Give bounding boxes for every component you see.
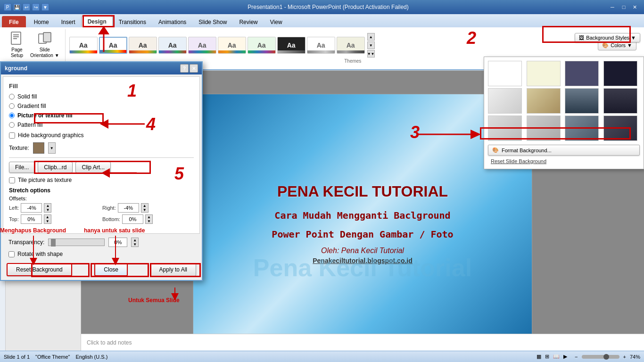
- close-button-dialog[interactable]: Close: [94, 263, 128, 276]
- quick-save-icon[interactable]: 💾: [13, 3, 21, 11]
- theme-3[interactable]: Aa: [129, 37, 157, 54]
- file-button[interactable]: File...: [9, 162, 35, 173]
- minimize-button[interactable]: ─: [607, 2, 618, 12]
- format-background-button[interactable]: 🎨 Format Background...: [488, 145, 640, 156]
- theme-1[interactable]: Aa: [69, 37, 98, 54]
- theme-4[interactable]: Aa: [158, 37, 187, 54]
- pattern-fill-option[interactable]: Pattern fill: [9, 122, 194, 128]
- slide-info: Slide 1 of 1: [4, 354, 30, 360]
- apply-to-all-button[interactable]: Apply to All: [150, 263, 196, 276]
- clipboard-button[interactable]: Clipb...rd: [38, 162, 73, 173]
- page-setup-button[interactable]: PageSetup: [8, 29, 26, 60]
- bg-style-8[interactable]: [603, 88, 637, 114]
- dialog-close-button[interactable]: ✕: [190, 64, 198, 73]
- tab-review[interactable]: Review: [233, 16, 264, 27]
- rotate-checkbox[interactable]: [8, 251, 15, 257]
- bg-style-12[interactable]: [603, 115, 637, 141]
- right-offset-input[interactable]: [118, 203, 139, 213]
- hide-background-checkbox[interactable]: [9, 132, 15, 139]
- view-reading-icon[interactable]: 📖: [553, 354, 560, 360]
- tile-checkbox-row[interactable]: Tile picture as texture: [9, 177, 194, 183]
- slide-canvas[interactable]: PENA KECIL TUTORIAL Cara Mudah Mengganti…: [193, 94, 532, 339]
- zoom-slider[interactable]: [582, 355, 619, 359]
- bg-style-6[interactable]: [527, 88, 561, 114]
- tab-insert[interactable]: Insert: [55, 16, 82, 27]
- bg-style-2[interactable]: [527, 61, 561, 86]
- window-controls: ─ □ ✕: [607, 2, 640, 12]
- close-button[interactable]: ✕: [630, 2, 640, 12]
- rotate-section: Rotate with shape: [1, 249, 202, 259]
- picture-fill-option[interactable]: Picture or texture fill: [9, 112, 194, 119]
- bg-style-10[interactable]: [527, 115, 561, 141]
- app-icon[interactable]: P: [4, 3, 11, 11]
- view-normal-icon[interactable]: ▦: [537, 354, 541, 360]
- left-offset-input[interactable]: [21, 203, 42, 213]
- right-offset-spinner[interactable]: ▲▼: [141, 203, 149, 213]
- zoom-in-icon[interactable]: +: [623, 354, 626, 360]
- theme-scroll-down[interactable]: ▼: [367, 41, 375, 49]
- slide-orientation-button[interactable]: SlideOrientation ▼: [28, 29, 61, 60]
- transparency-input[interactable]: [108, 238, 127, 247]
- zoom-out-icon[interactable]: −: [575, 354, 578, 360]
- view-slide-sorter-icon[interactable]: ⊞: [545, 354, 549, 360]
- bg-style-7[interactable]: [565, 88, 599, 114]
- tile-checkbox[interactable]: [9, 177, 15, 183]
- restore-button[interactable]: □: [619, 2, 629, 12]
- clip-art-button[interactable]: Clip Art...: [75, 162, 111, 173]
- picture-fill-radio[interactable]: [9, 113, 15, 118]
- tab-design[interactable]: Design: [82, 16, 113, 27]
- solid-fill-radio[interactable]: [9, 94, 15, 99]
- theme-9[interactable]: Aa: [307, 37, 335, 54]
- hide-background-option[interactable]: Hide background graphics: [9, 132, 194, 139]
- gradient-fill-radio[interactable]: [9, 103, 15, 109]
- colors-icon: 🎨: [602, 42, 609, 49]
- bg-style-5[interactable]: [488, 88, 522, 114]
- left-offset-spinner[interactable]: ▲▼: [44, 203, 51, 213]
- colors-label: Colors ▼: [611, 42, 632, 48]
- bg-style-4[interactable]: [603, 61, 637, 86]
- bottom-offset-spinner[interactable]: ▲▼: [145, 214, 153, 224]
- bottom-offset-input[interactable]: [122, 214, 143, 224]
- slide-title: PENA KECIL TUTORIAL: [277, 169, 448, 200]
- pattern-fill-radio[interactable]: [9, 122, 15, 128]
- background-styles-button[interactable]: 🖼 Background Styles ▼: [575, 33, 640, 42]
- reset-slide-bg-button[interactable]: Reset Slide Background: [488, 157, 640, 165]
- theme-6[interactable]: Aa: [218, 37, 246, 54]
- top-offset-row: Top: ▲▼: [9, 214, 100, 224]
- texture-preview[interactable]: [33, 142, 44, 154]
- transparency-slider[interactable]: [48, 239, 105, 246]
- tab-home[interactable]: Home: [28, 16, 55, 27]
- theme-scroll-more[interactable]: ▼▼: [367, 50, 375, 58]
- undo-icon[interactable]: ↩: [23, 3, 30, 11]
- customize-icon[interactable]: ▼: [41, 3, 49, 11]
- bg-style-1[interactable]: [488, 61, 522, 86]
- tab-view[interactable]: View: [264, 16, 289, 27]
- tab-file[interactable]: File: [2, 16, 26, 27]
- tab-transitions[interactable]: Transitions: [113, 16, 152, 27]
- gradient-fill-option[interactable]: Gradient fill: [9, 103, 194, 109]
- top-offset-input[interactable]: [21, 214, 42, 224]
- reset-background-button[interactable]: Reset Background: [7, 263, 72, 276]
- theme-10[interactable]: Aa: [337, 37, 365, 54]
- theme-8[interactable]: Aa: [277, 37, 305, 54]
- tab-animations[interactable]: Animations: [152, 16, 192, 27]
- rotate-checkbox-row[interactable]: Rotate with shape: [8, 251, 194, 257]
- redo-icon[interactable]: ↪: [32, 3, 40, 11]
- theme-7[interactable]: Aa: [248, 37, 276, 54]
- tab-slideshow[interactable]: Slide Show: [192, 16, 233, 27]
- bg-style-9[interactable]: [488, 115, 522, 141]
- dialog-help-button[interactable]: ?: [180, 64, 189, 73]
- top-label: Top:: [9, 216, 19, 222]
- offsets-label: Offsets:: [9, 196, 194, 201]
- theme-5[interactable]: Aa: [188, 37, 216, 54]
- solid-fill-option[interactable]: Solid fill: [9, 93, 194, 100]
- texture-dropdown[interactable]: ▼: [48, 142, 56, 154]
- transparency-section: Transparency: ▲▼: [1, 236, 202, 249]
- theme-scroll-up[interactable]: ▲: [367, 33, 375, 41]
- transparency-spinner[interactable]: ▲▼: [131, 238, 139, 247]
- bg-style-3[interactable]: [565, 61, 599, 86]
- theme-2[interactable]: Aa: [99, 37, 127, 54]
- view-slideshow-icon[interactable]: ▶: [563, 354, 567, 360]
- bg-style-11[interactable]: [565, 115, 599, 141]
- top-offset-spinner[interactable]: ▲▼: [44, 214, 51, 224]
